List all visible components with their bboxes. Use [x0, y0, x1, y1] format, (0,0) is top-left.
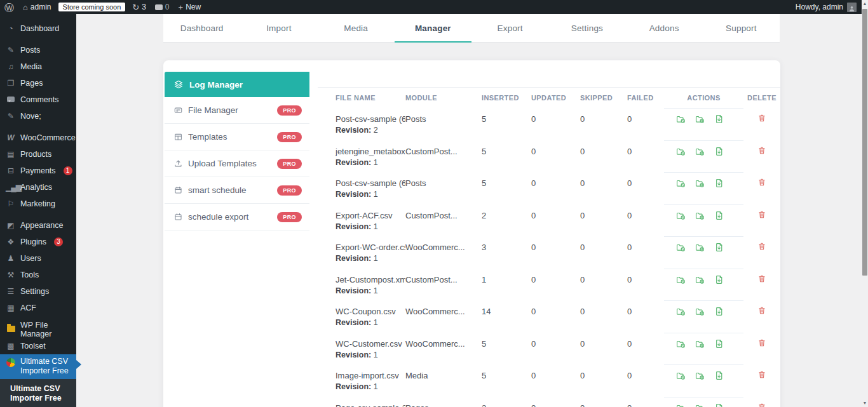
- error-log-icon[interactable]: [695, 178, 705, 189]
- delete-trash-icon[interactable]: [757, 210, 767, 220]
- site-name-link[interactable]: ⌂ admin: [18, 0, 56, 14]
- inserted-cell: 14: [482, 300, 531, 333]
- revision-label: Revision:: [336, 286, 371, 295]
- download-log-icon[interactable]: [714, 210, 724, 221]
- panel-item-schedule-export[interactable]: schedule export PRO: [165, 204, 309, 230]
- error-log-icon[interactable]: [695, 146, 705, 157]
- error-log-icon[interactable]: [695, 403, 705, 407]
- delete-trash-icon[interactable]: [757, 305, 767, 316]
- scroll-up-arrow[interactable]: ▲: [862, 0, 868, 8]
- view-log-icon[interactable]: [675, 146, 686, 157]
- panel-item-file-manager[interactable]: File Manager PRO: [165, 97, 309, 124]
- sidebar-item-users[interactable]: ♟Users: [0, 250, 76, 267]
- tab-import[interactable]: Import: [240, 14, 317, 42]
- view-log-icon[interactable]: [675, 306, 686, 317]
- comments-bubble-icon: [155, 4, 163, 10]
- delete-trash-icon[interactable]: [757, 113, 767, 123]
- pro-badge: PRO: [277, 212, 302, 222]
- sidebar-item-acf[interactable]: ▦ACF: [0, 300, 76, 316]
- download-log-icon[interactable]: [714, 146, 724, 157]
- view-log-icon[interactable]: [675, 370, 686, 381]
- delete-trash-icon[interactable]: [757, 274, 767, 284]
- download-log-icon[interactable]: [714, 242, 724, 253]
- sidebar-item-media[interactable]: ♫Media: [0, 58, 76, 75]
- scrollbar-thumb[interactable]: [862, 9, 867, 276]
- panel-item-templates[interactable]: Templates PRO: [165, 124, 309, 150]
- sidebar-item-settings[interactable]: ☰Settings: [0, 283, 76, 300]
- view-log-icon[interactable]: [675, 403, 686, 407]
- error-log-icon[interactable]: [695, 274, 705, 285]
- download-log-icon[interactable]: [714, 306, 724, 317]
- view-log-icon[interactable]: [675, 210, 686, 221]
- view-log-icon[interactable]: [675, 178, 686, 189]
- delete-trash-icon[interactable]: [757, 338, 767, 348]
- sidebar-item-ultimate-csv-importer[interactable]: Ultimate CSV Importer Free: [0, 354, 76, 379]
- actions-cell: [664, 172, 743, 204]
- download-log-icon[interactable]: [714, 338, 724, 349]
- sidebar-item-comments[interactable]: Comments: [0, 91, 76, 108]
- delete-trash-icon[interactable]: [757, 402, 767, 407]
- sidebar-item-wp-file-manager[interactable]: WP File Manager: [0, 321, 76, 338]
- download-log-icon[interactable]: [714, 274, 724, 285]
- tab-addons[interactable]: Addons: [626, 14, 703, 42]
- sidebar-item-posts[interactable]: ✎Posts: [0, 42, 76, 58]
- sidebar-item-nove[interactable]: ✎Nove;: [0, 108, 76, 124]
- appearance-icon: ◩: [6, 222, 16, 229]
- error-log-icon[interactable]: [695, 114, 705, 124]
- error-log-icon[interactable]: [695, 242, 705, 253]
- store-coming-soon-badge[interactable]: Store coming soon: [58, 3, 126, 11]
- sidebar-item-pages[interactable]: ❐Pages: [0, 75, 76, 91]
- error-log-icon[interactable]: [695, 210, 705, 221]
- module-cell: CustomPost...: [405, 204, 482, 237]
- sidebar-item-toolset[interactable]: ▩Toolset: [0, 338, 76, 354]
- view-log-icon[interactable]: [675, 242, 686, 253]
- tab-dashboard[interactable]: Dashboard: [163, 14, 240, 42]
- tab-manager[interactable]: Manager: [395, 14, 471, 42]
- sidebar-item-appearance[interactable]: ◩Appearance: [0, 217, 76, 234]
- view-log-icon[interactable]: [675, 338, 686, 349]
- view-log-icon[interactable]: [675, 114, 686, 124]
- sidebar-item-tools[interactable]: ⚒Tools: [0, 267, 76, 283]
- download-log-icon[interactable]: [714, 114, 724, 124]
- comments-link[interactable]: 0: [151, 0, 174, 14]
- failed-cell: 0: [627, 172, 664, 204]
- tab-settings[interactable]: Settings: [548, 14, 625, 42]
- pro-badge: PRO: [277, 105, 302, 116]
- avatar: [847, 3, 857, 12]
- panel-item-smart-schedule[interactable]: smart schedule PRO: [165, 177, 309, 204]
- tab-export[interactable]: Export: [471, 14, 548, 42]
- actions-cell: [664, 269, 743, 301]
- file-name: Export-ACF.csv: [336, 211, 405, 221]
- sidebar-item-plugins[interactable]: ❖Plugins3: [0, 234, 76, 250]
- view-log-icon[interactable]: [675, 274, 686, 285]
- error-log-icon[interactable]: [695, 306, 705, 317]
- tab-support[interactable]: Support: [703, 14, 780, 42]
- panel-item-upload-templates[interactable]: Upload Templates PRO: [165, 150, 309, 177]
- sidebar-item-marketing[interactable]: ⚐Marketing: [0, 196, 76, 212]
- delete-trash-icon[interactable]: [757, 145, 767, 156]
- new-content-menu[interactable]: + New: [174, 0, 206, 14]
- download-log-icon[interactable]: [714, 178, 724, 189]
- sidebar-item-products[interactable]: ▤Products: [0, 146, 76, 163]
- submenu-item-current[interactable]: Ultimate CSV Importer Free: [10, 384, 71, 403]
- plus-icon: +: [179, 3, 184, 11]
- page-scrollbar[interactable]: ▲ ▼: [862, 0, 868, 407]
- sidebar-item-analytics[interactable]: ▁▄▆Analytics: [0, 179, 76, 196]
- scroll-down-arrow[interactable]: ▼: [862, 399, 868, 407]
- download-log-icon[interactable]: [714, 370, 724, 381]
- download-log-icon[interactable]: [714, 403, 724, 407]
- sidebar-item-payments[interactable]: ⊟Payments1: [0, 163, 76, 179]
- updates-link[interactable]: ↻ 3: [128, 0, 151, 14]
- tab-media[interactable]: Media: [318, 14, 395, 42]
- delete-trash-icon[interactable]: [757, 241, 767, 251]
- wp-logo-menu[interactable]: Ⓦ: [0, 0, 18, 14]
- delete-trash-icon[interactable]: [757, 370, 767, 380]
- error-log-icon[interactable]: [695, 338, 705, 349]
- sidebar-item-woocommerce[interactable]: WWooCommerce: [0, 130, 76, 146]
- error-log-icon[interactable]: [695, 370, 705, 381]
- panel-item-log-manager[interactable]: Log Manager: [165, 72, 309, 97]
- sidebar-item-dashboard[interactable]: ◔Dashboard: [0, 20, 76, 37]
- account-menu[interactable]: Howdy, admin: [796, 3, 862, 12]
- delete-trash-icon[interactable]: [757, 177, 767, 187]
- inserted-cell: 5: [482, 108, 531, 140]
